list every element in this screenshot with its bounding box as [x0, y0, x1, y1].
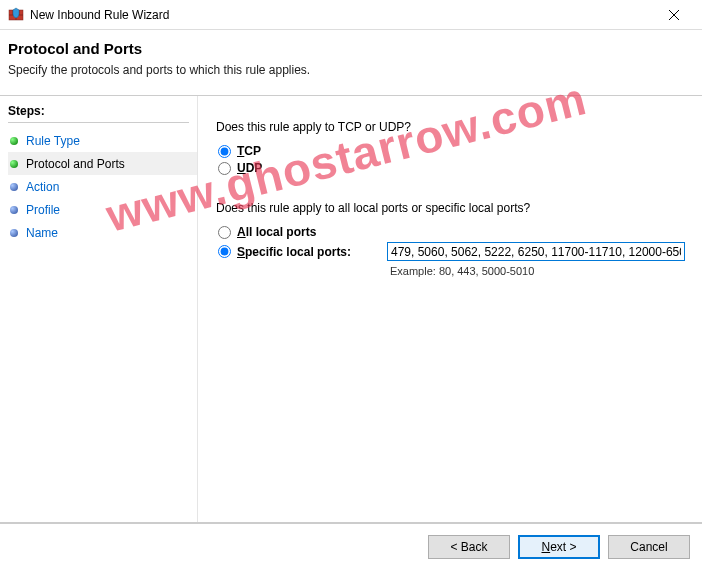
step-action[interactable]: Action	[8, 175, 197, 198]
steps-heading: Steps:	[8, 102, 189, 123]
ports-question: Does this rule apply to all local ports …	[216, 201, 688, 215]
all-ports-radio[interactable]	[218, 226, 231, 239]
tcp-option-row: TCP	[216, 144, 688, 158]
wizard-header: Protocol and Ports Specify the protocols…	[0, 30, 702, 95]
page-title: Protocol and Ports	[8, 40, 694, 57]
titlebar: New Inbound Rule Wizard	[0, 0, 702, 30]
specific-ports-input[interactable]	[387, 242, 685, 261]
steps-sidebar: Steps: Rule Type Protocol and Ports Acti…	[0, 96, 198, 522]
udp-option-row: UDP	[216, 161, 688, 175]
step-label: Profile	[26, 203, 60, 217]
step-label: Name	[26, 226, 58, 240]
udp-radio[interactable]	[218, 162, 231, 175]
step-profile[interactable]: Profile	[8, 198, 197, 221]
step-bullet-icon	[10, 229, 18, 237]
specific-ports-radio[interactable]	[218, 245, 231, 258]
step-protocol-and-ports[interactable]: Protocol and Ports	[8, 152, 197, 175]
specific-ports-label[interactable]: Specific local ports:	[237, 245, 387, 259]
next-button[interactable]: Next >	[518, 535, 600, 559]
udp-label[interactable]: UDP	[237, 161, 262, 175]
close-button[interactable]	[654, 1, 694, 29]
wizard-content: Does this rule apply to TCP or UDP? TCP …	[198, 96, 702, 522]
protocol-question: Does this rule apply to TCP or UDP?	[216, 120, 688, 134]
all-ports-label[interactable]: All local ports	[237, 225, 316, 239]
specific-ports-option-row: Specific local ports:	[216, 242, 688, 261]
tcp-radio[interactable]	[218, 145, 231, 158]
step-label: Protocol and Ports	[26, 157, 125, 171]
step-bullet-icon	[10, 183, 18, 191]
tcp-label[interactable]: TCP	[237, 144, 261, 158]
cancel-button[interactable]: Cancel	[608, 535, 690, 559]
close-icon	[669, 10, 679, 20]
step-label: Rule Type	[26, 134, 80, 148]
window-title: New Inbound Rule Wizard	[30, 8, 169, 22]
step-bullet-icon	[10, 160, 18, 168]
ports-example: Example: 80, 443, 5000-5010	[390, 265, 688, 277]
wizard-footer: < Back Next > Cancel	[0, 523, 702, 562]
step-bullet-icon	[10, 206, 18, 214]
step-rule-type[interactable]: Rule Type	[8, 129, 197, 152]
step-bullet-icon	[10, 137, 18, 145]
firewall-icon	[8, 7, 24, 23]
back-button[interactable]: < Back	[428, 535, 510, 559]
step-label: Action	[26, 180, 59, 194]
page-subtitle: Specify the protocols and ports to which…	[8, 63, 694, 77]
all-ports-option-row: All local ports	[216, 225, 688, 239]
step-name[interactable]: Name	[8, 221, 197, 244]
